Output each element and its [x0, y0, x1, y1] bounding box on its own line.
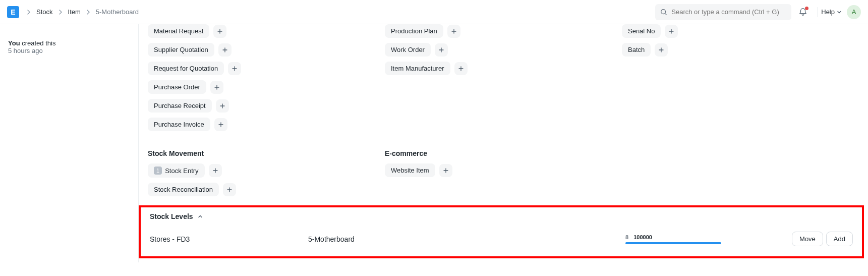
section-stock-movement: Stock Movement	[148, 149, 385, 157]
sidebar: You created this 5 hours ago	[0, 24, 138, 262]
link-request-for-quotation[interactable]: Request for Quotation	[148, 62, 224, 75]
add-work-order[interactable]	[435, 43, 448, 57]
add-production-plan[interactable]	[447, 25, 460, 38]
activity-actor: You	[8, 39, 20, 47]
add-purchase-invoice[interactable]	[214, 118, 227, 131]
add-supplier-quotation[interactable]	[218, 43, 232, 57]
add-request-for-quotation[interactable]	[228, 62, 241, 75]
link-material-request[interactable]: Material Request	[148, 24, 209, 38]
link-batch[interactable]: Batch	[622, 43, 651, 57]
stock-warehouse: Stores - FD3	[150, 235, 308, 243]
link-purchase-order[interactable]: Purchase Order	[148, 80, 206, 94]
add-website-item[interactable]	[439, 164, 452, 177]
link-production-plan[interactable]: Production Plan	[385, 24, 443, 38]
search-icon	[660, 9, 667, 16]
avatar[interactable]: A	[847, 5, 861, 19]
stock-progress-bar	[625, 242, 721, 244]
add-purchase-order[interactable]	[210, 81, 223, 94]
link-purchase-receipt[interactable]: Purchase Receipt	[148, 99, 212, 113]
breadcrumb: Stock Item 5-Motherboard	[23, 8, 139, 16]
link-supplier-quotation[interactable]: Supplier Quotation	[148, 43, 214, 57]
add-stock-entry[interactable]	[209, 164, 222, 177]
notification-dot	[805, 7, 808, 10]
move-button[interactable]: Move	[792, 232, 823, 246]
notification-icon[interactable]	[798, 8, 807, 17]
link-website-item[interactable]: Website Item	[385, 163, 435, 177]
stock-levels-section: Stock Levels Stores - FD3 5-Motherboard …	[139, 205, 864, 258]
chevron-right-icon	[55, 10, 66, 15]
chevron-up-icon[interactable]	[197, 213, 203, 219]
search-input[interactable]	[655, 4, 791, 20]
section-ecommerce: E-commerce	[385, 149, 622, 157]
stock-stat-value: 100000	[633, 234, 652, 240]
stock-entry-label: Stock Entry	[165, 167, 198, 175]
add-material-request[interactable]	[213, 25, 226, 38]
help-label: Help	[821, 8, 835, 16]
add-purchase-receipt[interactable]	[216, 99, 229, 113]
chevron-right-icon	[83, 10, 94, 15]
activity-action: created this	[22, 39, 55, 47]
chevron-right-icon	[23, 10, 34, 15]
stock-entry-count: 1	[154, 167, 162, 175]
stock-level-row: Stores - FD3 5-Motherboard 8 100000 Move…	[150, 232, 853, 246]
app-logo[interactable]: E	[7, 6, 19, 18]
stock-stat-label: 8	[625, 234, 628, 240]
add-stock-reconciliation[interactable]	[223, 183, 236, 196]
link-serial-no[interactable]: Serial No	[622, 24, 661, 38]
stock-item: 5-Motherboard	[308, 235, 625, 243]
link-stock-entry[interactable]: 1 Stock Entry	[148, 163, 205, 178]
add-batch[interactable]	[655, 43, 668, 57]
divider	[818, 7, 818, 17]
activity-time: 5 hours ago	[8, 47, 130, 54]
link-purchase-invoice[interactable]: Purchase Invoice	[148, 118, 210, 131]
breadcrumb-current: 5-Motherboard	[96, 8, 139, 16]
add-button[interactable]: Add	[826, 232, 853, 246]
breadcrumb-item[interactable]: Item	[68, 8, 81, 16]
link-work-order[interactable]: Work Order	[385, 43, 431, 57]
breadcrumb-stock[interactable]: Stock	[36, 8, 53, 16]
chevron-down-icon	[837, 10, 842, 15]
search-field[interactable]	[671, 8, 786, 16]
stock-levels-title: Stock Levels	[150, 212, 193, 220]
help-menu[interactable]: Help	[821, 8, 842, 16]
add-item-manufacturer[interactable]	[454, 62, 468, 75]
add-serial-no[interactable]	[665, 25, 678, 38]
link-stock-reconciliation[interactable]: Stock Reconciliation	[148, 183, 219, 196]
link-item-manufacturer[interactable]: Item Manufacturer	[385, 62, 450, 75]
